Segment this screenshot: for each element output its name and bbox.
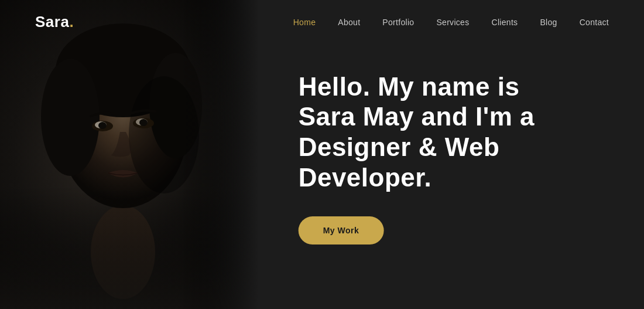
nav-item-services[interactable]: Services [436,17,469,28]
logo-text: Sara [35,13,69,30]
hero-heading: Hello. My name is Sara May and I'm a Des… [299,72,535,193]
nav-link-portfolio[interactable]: Portfolio [382,18,414,27]
nav-item-home[interactable]: Home [293,17,316,28]
page-wrapper: Sara. Home About Portfolio Services Clie… [0,0,644,309]
hero-heading-line3: Designer & Web [299,133,500,161]
nav-link-services[interactable]: Services [436,18,469,27]
hero-image [0,0,258,309]
nav-item-blog[interactable]: Blog [540,17,557,28]
site-logo[interactable]: Sara. [35,13,74,31]
nav-item-portfolio[interactable]: Portfolio [382,17,414,28]
nav-item-about[interactable]: About [338,17,360,28]
nav-link-home[interactable]: Home [293,18,316,27]
portrait-svg [0,0,258,309]
cta-button[interactable]: My Work [299,216,384,245]
hero-heading-line4: Developer. [299,163,432,192]
svg-rect-14 [0,0,258,309]
nav-link-clients[interactable]: Clients [492,18,518,27]
nav-link-blog[interactable]: Blog [540,18,557,27]
hero-heading-line1: Hello. My name is [299,72,520,101]
nav-link-contact[interactable]: Contact [580,18,609,27]
nav-item-contact[interactable]: Contact [580,17,609,28]
nav-link-about[interactable]: About [338,18,360,27]
nav-item-clients[interactable]: Clients [492,17,518,28]
logo-dot: . [69,13,74,30]
hero-content: Hello. My name is Sara May and I'm a Des… [299,72,535,245]
hero-heading-line2: Sara May and I'm a [299,103,535,131]
nav-links: Home About Portfolio Services Clients Bl… [293,17,609,28]
navbar: Sara. Home About Portfolio Services Clie… [0,0,644,44]
